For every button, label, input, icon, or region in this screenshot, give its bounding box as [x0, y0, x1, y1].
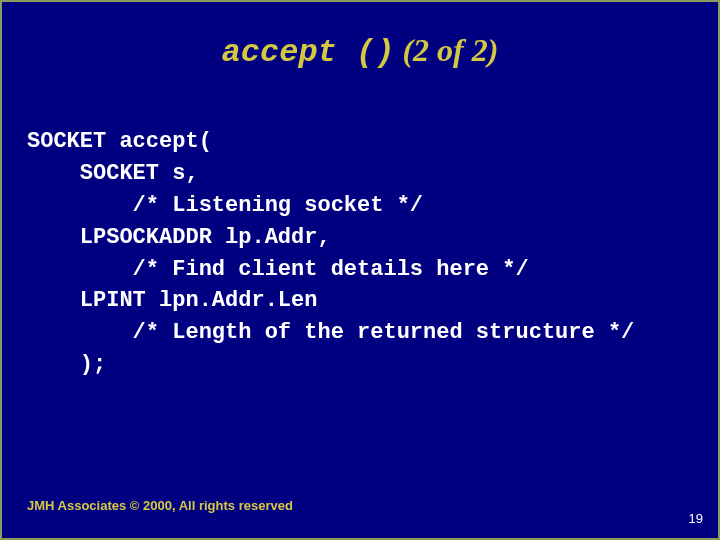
code-line-0: SOCKET accept( [27, 129, 212, 154]
title-rest: (2 of 2) [394, 32, 498, 68]
code-line-7: ); [27, 352, 106, 377]
code-line-1: SOCKET s, [27, 161, 199, 186]
code-line-5: LPINT lpn.Addr.Len [27, 288, 317, 313]
code-line-6: /* Length of the returned structure */ [27, 320, 634, 345]
title-code-part: accept () [222, 34, 395, 71]
page-number: 19 [689, 511, 703, 526]
code-block: SOCKET accept( SOCKET s, /* Listening so… [27, 126, 718, 381]
slide-title: accept () (2 of 2) [2, 32, 718, 71]
code-line-3: LPSOCKADDR lp.Addr, [27, 225, 331, 250]
code-line-2: /* Listening socket */ [27, 193, 423, 218]
slide: accept () (2 of 2) SOCKET accept( SOCKET… [0, 0, 720, 540]
code-line-4: /* Find client details here */ [27, 257, 529, 282]
footer-copyright: JMH Associates © 2000, All rights reserv… [27, 498, 293, 513]
